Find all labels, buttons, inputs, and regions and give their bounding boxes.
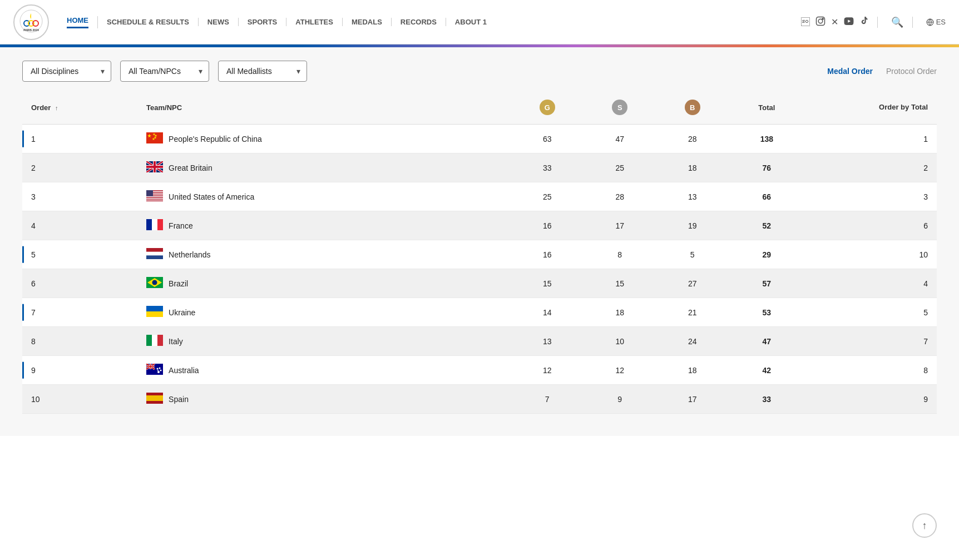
table-row[interactable]: 1 People's Republic of China 63 47 28 13… — [22, 125, 937, 153]
instagram-icon[interactable] — [815, 16, 825, 28]
youtube-icon[interactable] — [844, 16, 854, 28]
svg-rect-30 — [146, 200, 163, 201]
nav-sports[interactable]: SPORTS — [239, 18, 286, 26]
svg-point-57 — [160, 370, 162, 371]
gold-cell: 16 — [511, 211, 584, 240]
teams-select[interactable]: All Team/NPCs — [120, 61, 209, 82]
gold-cell: 16 — [511, 240, 584, 269]
navigation: PARIS 2024 HOME SCHEDULE & RESULTS NEWS … — [0, 0, 959, 44]
svg-point-7 — [822, 18, 823, 19]
team-name: Great Britain — [169, 163, 212, 172]
team-cell[interactable]: Spain — [142, 385, 511, 414]
total-cell: 76 — [729, 153, 805, 182]
nav-schedule[interactable]: SCHEDULE & RESULTS — [98, 18, 199, 26]
order-options: Medal Order Protocol Order — [827, 67, 937, 76]
svg-rect-55 — [146, 366, 155, 367]
nav-medals[interactable]: MEDALS — [343, 18, 392, 26]
protocol-order-button[interactable]: Protocol Order — [886, 67, 937, 76]
flag-cn — [146, 132, 163, 145]
table-row[interactable]: 8 Italy 13 10 24 47 7 — [22, 327, 937, 356]
nav-social:  ✕ 🔍 ES — [801, 16, 946, 28]
medallists-select[interactable]: All Medallists — [218, 61, 307, 82]
nav-news[interactable]: NEWS — [199, 18, 239, 26]
sort-arrow-icon: ↑ — [55, 105, 58, 111]
total-cell: 33 — [729, 385, 805, 414]
svg-rect-23 — [146, 166, 163, 168]
bronze-cell: 5 — [656, 240, 729, 269]
bronze-header: B — [656, 91, 729, 125]
gold-cell: 12 — [511, 356, 584, 385]
bronze-cell: 28 — [656, 125, 729, 153]
divider — [877, 17, 878, 28]
team-header: Team/NPC — [142, 91, 511, 125]
order-header[interactable]: Order ↑ — [22, 91, 142, 125]
team-name: France — [169, 221, 193, 230]
x-twitter-icon[interactable]: ✕ — [831, 17, 838, 27]
team-cell[interactable]: Great Britain — [142, 153, 511, 182]
svg-rect-37 — [146, 255, 163, 259]
order-by-total-cell: 5 — [805, 298, 937, 327]
gold-cell: 63 — [511, 125, 584, 153]
team-cell[interactable]: France — [142, 211, 511, 240]
gold-cell: 15 — [511, 269, 584, 298]
language-selector[interactable]: ES — [926, 18, 946, 26]
flag-it — [146, 335, 163, 348]
table-row[interactable]: 5 Netherlands 16 8 5 29 10 — [22, 240, 937, 269]
svg-rect-44 — [152, 335, 157, 346]
team-cell[interactable]: Netherlands — [142, 240, 511, 269]
order-cell: 9 — [22, 356, 142, 385]
order-by-total-cell: 10 — [805, 240, 937, 269]
team-name: Italy — [169, 337, 183, 346]
team-cell[interactable]: People's Republic of China — [142, 125, 511, 153]
order-by-total-cell: 8 — [805, 356, 937, 385]
disciplines-select[interactable]: All Disciplines — [22, 61, 111, 82]
nav-home[interactable]: HOME — [58, 16, 98, 28]
order-by-total-cell: 9 — [805, 385, 937, 414]
table-row[interactable]: 4 France 16 17 19 52 6 — [22, 211, 937, 240]
team-cell[interactable]: Australia — [142, 356, 511, 385]
gold-cell: 13 — [511, 327, 584, 356]
team-name: Australia — [169, 366, 199, 375]
flag-es — [146, 393, 163, 405]
table-row[interactable]: 6 Brazil 15 15 27 57 4 — [22, 269, 937, 298]
flag-ua — [146, 306, 163, 319]
bronze-cell: 18 — [656, 356, 729, 385]
svg-rect-34 — [157, 219, 163, 230]
table-row[interactable]: 3 United States of America 25 28 13 66 3 — [22, 182, 937, 211]
medals-table-section: Order ↑ Team/NPC G S B Total Order by To… — [0, 91, 959, 436]
table-row[interactable]: 9 Australia 12 12 18 42 8 — [22, 356, 937, 385]
silver-cell: 18 — [584, 298, 656, 327]
site-logo[interactable]: PARIS 2024 — [13, 4, 49, 40]
team-cell[interactable]: Italy — [142, 327, 511, 356]
silver-cell: 15 — [584, 269, 656, 298]
filters-section: All Disciplines All Team/NPCs All Medall… — [0, 47, 959, 91]
team-cell[interactable]: Brazil — [142, 269, 511, 298]
silver-cell: 17 — [584, 211, 656, 240]
nav-athletes[interactable]: ATHLETES — [286, 18, 343, 26]
bronze-cell: 24 — [656, 327, 729, 356]
flag-au — [146, 364, 163, 376]
order-cell: 1 — [22, 125, 142, 153]
medal-order-button[interactable]: Medal Order — [827, 67, 873, 76]
table-row[interactable]: 2 Great Britain 33 25 18 76 2 — [22, 153, 937, 182]
bronze-cell: 13 — [656, 182, 729, 211]
svg-rect-41 — [146, 306, 163, 311]
total-cell: 57 — [729, 269, 805, 298]
team-name: People's Republic of China — [169, 135, 262, 143]
total-cell: 138 — [729, 125, 805, 153]
table-row[interactable]: 10 Spain 7 9 17 33 9 — [22, 385, 937, 414]
gold-cell: 33 — [511, 153, 584, 182]
team-cell[interactable]: United States of America — [142, 182, 511, 211]
team-cell[interactable]: Ukraine — [142, 298, 511, 327]
nav-records[interactable]: RECORDS — [392, 18, 446, 26]
silver-medal-icon: S — [612, 100, 627, 115]
facebook-icon[interactable]:  — [801, 17, 810, 27]
svg-point-56 — [157, 371, 160, 373]
tiktok-icon[interactable] — [859, 17, 868, 28]
total-cell: 42 — [729, 356, 805, 385]
nav-about[interactable]: ABOUT 1 — [446, 18, 496, 26]
silver-cell: 12 — [584, 356, 656, 385]
svg-rect-28 — [146, 196, 163, 197]
search-icon[interactable]: 🔍 — [891, 16, 903, 28]
table-row[interactable]: 7 Ukraine 14 18 21 53 5 — [22, 298, 937, 327]
